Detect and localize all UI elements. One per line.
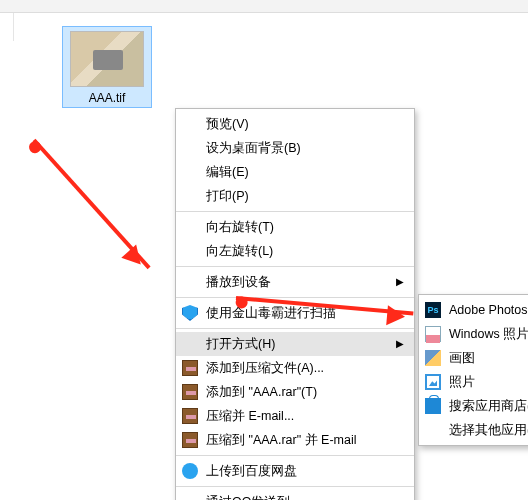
- open-with-submenu: PsAdobe Photoshop CC Windows 照片查看器 画图 照片…: [418, 294, 528, 446]
- menu-separator: [176, 211, 414, 212]
- file-thumbnail: [70, 31, 144, 87]
- menu-add-to-rar[interactable]: 添加到 "AAA.rar"(T): [176, 380, 414, 404]
- window-frame-left: [0, 13, 14, 41]
- menu-separator: [176, 266, 414, 267]
- menu-separator: [176, 455, 414, 456]
- file-item-aaa-tif[interactable]: AAA.tif: [62, 26, 152, 108]
- photoshop-icon: Ps: [425, 302, 441, 318]
- window-frame-top: [0, 0, 528, 13]
- annotation-arrow: [33, 139, 151, 269]
- menu-compress-rar-email[interactable]: 压缩到 "AAA.rar" 并 E-mail: [176, 428, 414, 452]
- menu-add-to-archive[interactable]: 添加到压缩文件(A)...: [176, 356, 414, 380]
- photos-icon: [425, 374, 441, 390]
- submenu-search-store[interactable]: 搜索应用商店(S): [419, 394, 528, 418]
- photo-viewer-icon: [425, 326, 441, 342]
- winrar-icon: [182, 408, 198, 424]
- menu-separator: [176, 297, 414, 298]
- store-icon: [425, 398, 441, 414]
- submenu-photos[interactable]: 照片: [419, 370, 528, 394]
- menu-preview[interactable]: 预览(V): [176, 112, 414, 136]
- chevron-right-icon: ▶: [396, 270, 404, 294]
- chevron-right-icon: ▶: [396, 332, 404, 356]
- paint-icon: [425, 350, 441, 366]
- winrar-icon: [182, 432, 198, 448]
- menu-set-wallpaper[interactable]: 设为桌面背景(B): [176, 136, 414, 160]
- menu-compress-email[interactable]: 压缩并 E-mail...: [176, 404, 414, 428]
- shield-icon: [182, 305, 198, 321]
- menu-rotate-left[interactable]: 向左旋转(L): [176, 239, 414, 263]
- winrar-icon: [182, 360, 198, 376]
- winrar-icon: [182, 384, 198, 400]
- baidu-icon: [182, 463, 198, 479]
- menu-separator: [176, 486, 414, 487]
- menu-rotate-right[interactable]: 向右旋转(T): [176, 215, 414, 239]
- submenu-windows-photo-viewer[interactable]: Windows 照片查看器: [419, 322, 528, 346]
- explorer-area: AAA.tif 预览(V) 设为桌面背景(B) 编辑(E) 打印(P) 向右旋转…: [0, 0, 528, 500]
- menu-edit[interactable]: 编辑(E): [176, 160, 414, 184]
- menu-upload-baidu[interactable]: 上传到百度网盘: [176, 459, 414, 483]
- submenu-choose-other[interactable]: 选择其他应用(C): [419, 418, 528, 442]
- file-name-label: AAA.tif: [69, 91, 145, 105]
- menu-open-with[interactable]: 打开方式(H)▶: [176, 332, 414, 356]
- submenu-paint[interactable]: 画图: [419, 346, 528, 370]
- submenu-photoshop[interactable]: PsAdobe Photoshop CC: [419, 298, 528, 322]
- menu-print[interactable]: 打印(P): [176, 184, 414, 208]
- menu-separator: [176, 328, 414, 329]
- menu-qq-send[interactable]: 通过QQ发送到: [176, 490, 414, 500]
- menu-cast-to-device[interactable]: 播放到设备▶: [176, 270, 414, 294]
